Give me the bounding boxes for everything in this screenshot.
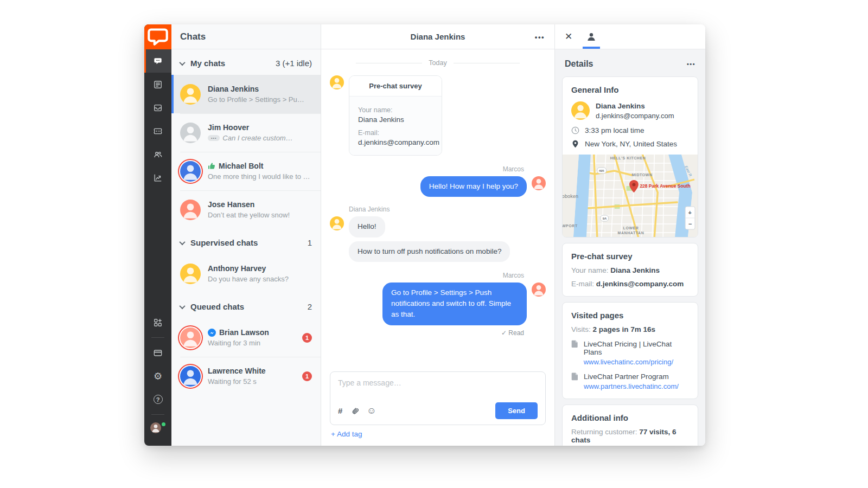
field-label: E-mail:	[571, 280, 594, 288]
section-label: Supervised chats	[190, 238, 302, 247]
conversation-menu-button[interactable]: •••	[535, 33, 545, 41]
section-count: 1	[308, 238, 312, 247]
gear-icon: ⚙	[154, 371, 162, 381]
pre-chat-survey-card: Pre-chat survey Your name: Diana Jenkins…	[349, 75, 442, 156]
survey-card-title: Pre-chat survey	[349, 76, 442, 97]
chat-row-brian-lawson[interactable]: Brian Lawson Waiting for 3 min 1	[171, 318, 321, 357]
message-author: Diana Jenkins	[349, 206, 546, 213]
sidebar-item-tickets[interactable]	[144, 119, 171, 143]
section-queued-chats[interactable]: Queued chats 2	[171, 293, 321, 318]
message-bubble: Hello! How may I help you?	[420, 176, 527, 197]
send-button[interactable]: Send	[495, 402, 538, 419]
livechat-window: ⚙ ? Chats My chats 3 (+1 idle)	[144, 24, 705, 446]
chevron-down-icon	[179, 59, 185, 65]
details-menu-button[interactable]: •••	[687, 61, 695, 67]
section-my-chats[interactable]: My chats 3 (+1 idle)	[171, 49, 321, 75]
avatar	[180, 123, 201, 143]
conversation-header: Diana Jenkins •••	[321, 24, 554, 49]
chat-list-scroll[interactable]: My chats 3 (+1 idle) Diana Jenkins Go to…	[171, 49, 321, 446]
close-icon[interactable]: ✕	[565, 32, 572, 41]
survey-field-value: d.jenkins@company.com	[358, 138, 433, 146]
survey-field: E-mail: d.jenkins@company.com	[571, 280, 689, 288]
map-zoom-control[interactable]: + −	[685, 207, 695, 229]
emoji-icon[interactable]: ☺	[367, 406, 376, 415]
page-url-link[interactable]: www.livechatinc.com/pricing/	[584, 358, 689, 366]
chat-row-diana-jenkins[interactable]: Diana Jenkins Go to Profile > Settings >…	[171, 75, 321, 113]
avatar	[532, 176, 546, 190]
sidebar-bottom-group: ⚙ ?	[144, 311, 171, 446]
survey-field-label: E-mail:	[358, 129, 433, 137]
customer-identity-row: Diana Jenkins d.jenkins@company.com	[571, 101, 689, 120]
online-status-dot	[161, 421, 167, 427]
visitor-message: Hello! How to turn off push notification…	[330, 216, 546, 262]
chat-row-jose-hansen[interactable]: Jose Hansen Don’t eat the yellow snow!	[171, 190, 321, 229]
sidebar-item-settings[interactable]: ⚙	[144, 364, 171, 388]
location-pin-icon	[571, 140, 579, 148]
sidebar-item-help[interactable]: ?	[144, 388, 171, 411]
field-label: Returning customer:	[571, 428, 637, 436]
sidebar-item-billing[interactable]	[144, 341, 171, 364]
sidebar-item-profile[interactable]	[144, 418, 171, 441]
tab-customer-details[interactable]	[584, 24, 598, 49]
chat-row-anthony-harvey[interactable]: Anthony Harvey Do you have any snacks?	[171, 254, 321, 293]
section-supervised-chats[interactable]: Supervised chats 1	[171, 229, 321, 254]
help-icon: ?	[154, 395, 163, 404]
page-url-link[interactable]: www.partners.livechatinc.com/	[584, 382, 679, 390]
page-title: LiveChat Partner Program	[584, 373, 679, 381]
message-input[interactable]	[338, 378, 538, 400]
app-sidebar: ⚙ ?	[144, 24, 171, 446]
chat-preview: Don’t eat the yellow snow!	[208, 211, 312, 219]
chat-info: Jim Hoover •••Can I create custom…	[208, 123, 312, 142]
chat-row-lawrence-white[interactable]: Lawrence White Waiting for 52 s 1	[171, 357, 321, 395]
attachment-icon[interactable]	[350, 406, 359, 416]
local-time-value: 3:33 pm local time	[585, 126, 644, 134]
chat-row-michael-bolt[interactable]: Michael Bolt One more thing I would like…	[171, 152, 321, 190]
details-scroll[interactable]: Details ••• General Info Diana Jenkins d…	[555, 49, 705, 446]
livechat-logo-icon	[144, 24, 171, 50]
map-zoom-out-button[interactable]: −	[688, 221, 692, 227]
customer-location-map[interactable]: 495 9A HELL'S KITCHEN MIDTOWN Hoboken NE…	[563, 155, 698, 237]
sidebar-divider	[151, 414, 164, 415]
sidebar-item-inbox[interactable]	[144, 96, 171, 119]
chat-name-text: Michael Bolt	[219, 162, 263, 170]
message-composer: # ☺ Send	[330, 371, 546, 425]
date-divider-label: Today	[429, 59, 446, 67]
survey-card-body: Your name: Diana Jenkins E-mail: d.jenki…	[349, 97, 442, 155]
ticket-icon	[152, 126, 163, 137]
chat-name: Brian Lawson	[208, 328, 295, 337]
read-receipt-label: Read	[508, 329, 524, 337]
sidebar-item-reports[interactable]	[144, 166, 171, 189]
sidebar-item-apps[interactable]	[144, 311, 171, 334]
visited-page-info: LiveChat Partner Program www.partners.li…	[584, 373, 679, 390]
map-zoom-in-button[interactable]: +	[688, 209, 692, 216]
chat-info: Brian Lawson Waiting for 3 min	[208, 328, 295, 347]
map-label-newport: NEWPORT	[563, 224, 578, 228]
clock-icon	[571, 126, 579, 134]
chat-name: Anthony Harvey	[208, 264, 312, 273]
sidebar-item-team[interactable]	[144, 143, 171, 166]
details-title: Details	[565, 59, 593, 69]
chat-name: Diana Jenkins	[208, 85, 312, 93]
chat-info: Lawrence White Waiting for 52 s	[208, 367, 295, 386]
chat-preview: One more thing I would like to a…	[208, 172, 312, 181]
map-route-badge: 495	[599, 169, 605, 172]
card-heading: Visited pages	[571, 311, 689, 320]
survey-field-label: Your name:	[358, 106, 433, 114]
canned-response-icon[interactable]: #	[338, 407, 342, 415]
sidebar-divider	[151, 337, 164, 338]
add-tag-link[interactable]: + Add tag	[330, 425, 363, 444]
message-thread[interactable]: Today Pre-chat survey Your name: Diana J…	[321, 49, 554, 371]
agent-message: Hello! How may I help you?	[330, 176, 546, 197]
location-value: New York, NY, United States	[585, 140, 677, 148]
avatar	[180, 161, 201, 182]
page-title: LiveChat Pricing | LiveChat Plans	[584, 340, 689, 356]
sidebar-item-archives[interactable]	[144, 73, 171, 96]
avatar	[180, 200, 201, 220]
agent-avatar	[150, 422, 165, 438]
sidebar-item-chats[interactable]	[144, 49, 171, 73]
local-time-row: 3:33 pm local time	[571, 126, 689, 134]
chat-row-jim-hoover[interactable]: Jim Hoover •••Can I create custom…	[171, 113, 321, 152]
map-label-hells-kitchen: HELL'S KITCHEN	[610, 156, 646, 160]
livechat-logo[interactable]	[144, 24, 171, 49]
chat-preview-text: Can I create custom…	[222, 134, 292, 142]
